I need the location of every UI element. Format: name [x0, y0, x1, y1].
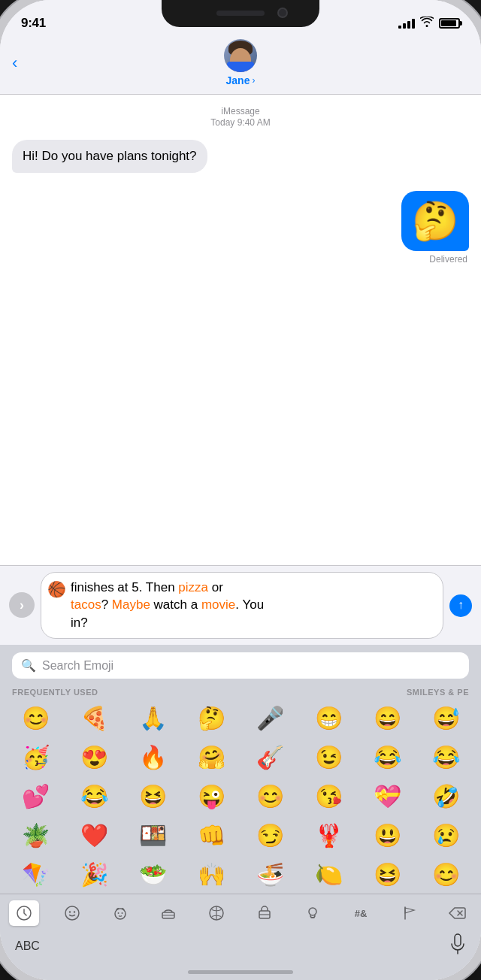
emoji-recent-button[interactable] — [9, 900, 39, 926]
svg-point-4 — [115, 909, 126, 919]
emoji-heart[interactable]: ❤️ — [65, 818, 123, 851]
emoji-salad[interactable]: 🥗 — [123, 858, 182, 891]
emoji-flags-button[interactable] — [394, 900, 424, 926]
contact-name-row: Jane › — [226, 74, 256, 86]
emoji-hug[interactable]: 🤗 — [182, 740, 240, 773]
messages-area: iMessage Today 9:40 AM Hi! Do you have p… — [0, 95, 481, 565]
emoji-travel-button[interactable] — [250, 900, 280, 926]
emoji-fist[interactable]: 👊 — [182, 818, 240, 851]
phone-frame: 9:41 — [0, 0, 481, 980]
signal-icon — [398, 18, 415, 29]
emoji-sparkling-heart[interactable]: 💝 — [358, 779, 416, 812]
emoji-wink[interactable]: 😉 — [299, 740, 358, 773]
emoji-grin[interactable]: 😁 — [299, 701, 358, 734]
emoji-pray[interactable]: 🙏 — [123, 701, 182, 734]
emoji-grid-row1: 😊 🍕 🙏 🤔 🎤 😁 😄 😅 — [0, 698, 481, 737]
emoji-search-bar: 🔍 Search Emoji — [0, 645, 481, 685]
emoji-keyboard: 🔍 Search Emoji FREQUENTLY USED SMILEYS &… — [0, 645, 481, 980]
back-chevron-icon: ‹ — [12, 55, 17, 71]
emoji-objects-button[interactable] — [298, 900, 328, 926]
avatar-shirt — [227, 62, 254, 72]
search-icon: 🔍 — [21, 658, 36, 673]
expand-button[interactable]: › — [9, 592, 35, 618]
frequently-used-label: FREQUENTLY USED — [12, 688, 98, 697]
emoji-bento[interactable]: 🍱 — [123, 818, 182, 851]
emoji-confetti[interactable]: 🎉 — [65, 858, 123, 891]
contact-info[interactable]: Jane › — [224, 39, 257, 86]
emoji-raised-hands[interactable]: 🙌 — [182, 858, 240, 891]
emoji-symbols-button[interactable]: #& — [346, 900, 376, 926]
message-input-area: › 🏀 finishes at 5. Then pizza or tacos? … — [0, 565, 481, 645]
emoji-grid-row5: 🪁 🎉 🥗 🙌 🍜 🍋 😆 😊 — [0, 854, 481, 894]
contact-detail-chevron-icon: › — [252, 75, 255, 86]
emoji-grinning[interactable]: 😊 — [6, 701, 65, 734]
svg-point-6 — [122, 912, 123, 914]
emoji-sports-button[interactable] — [201, 900, 231, 926]
emoji-cry[interactable]: 😢 — [416, 818, 475, 851]
emoji-happy[interactable]: 😊 — [416, 858, 475, 891]
emoji-relieved[interactable]: 😊 — [240, 779, 299, 812]
input-text[interactable]: finishes at 5. Then pizza or tacos? Mayb… — [71, 579, 432, 632]
emoji-lemon[interactable]: 🍋 — [299, 858, 358, 891]
svg-rect-18 — [455, 934, 461, 946]
emoji-fire[interactable]: 🔥 — [123, 740, 182, 773]
home-indicator[interactable] — [188, 970, 293, 974]
emoji-heart-eyes[interactable]: 😍 — [65, 740, 123, 773]
emoji-thinking[interactable]: 🤔 — [182, 701, 240, 734]
emoji-animals-button[interactable] — [105, 900, 135, 926]
emoji-stuck-tongue-wink[interactable]: 😜 — [182, 779, 240, 812]
emoji-lobster[interactable]: 🦞 — [299, 818, 358, 851]
emoji-sweat-smile[interactable]: 😅 — [416, 701, 475, 734]
emoji-mic[interactable]: 🎤 — [240, 701, 299, 734]
emoji-grid-row4: 🪴 ❤️ 🍱 👊 😏 🦞 😃 😢 — [0, 815, 481, 854]
emoji-rofl2[interactable]: 🤣 — [416, 779, 475, 812]
emoji-grid-row3: 💕 😂 😆 😜 😊 😘 💝 🤣 — [0, 776, 481, 815]
contact-name: Jane — [226, 74, 250, 86]
emoji-smile-big[interactable]: 😄 — [358, 701, 416, 734]
message-input-box[interactable]: 🏀 finishes at 5. Then pizza or tacos? Ma… — [41, 572, 443, 639]
mic-button[interactable] — [449, 933, 466, 959]
emoji-smirk[interactable]: 😏 — [240, 818, 299, 851]
status-icons — [398, 17, 460, 30]
notch — [162, 0, 319, 27]
emoji-smiley[interactable]: 😃 — [358, 818, 416, 851]
smileys-label: SMILEYS & PE — [407, 688, 469, 697]
avatar — [224, 39, 257, 72]
emoji-food-button[interactable] — [153, 900, 183, 926]
send-button[interactable]: ↑ — [449, 594, 472, 617]
emoji-smileys-button[interactable] — [57, 900, 87, 926]
status-time: 9:41 — [21, 16, 46, 31]
battery-icon — [439, 18, 460, 29]
emoji-joy[interactable]: 😂 — [358, 740, 416, 773]
emoji-guitar[interactable]: 🎸 — [240, 740, 299, 773]
highlighted-maybe: Maybe — [112, 597, 150, 612]
emoji-pinwheel[interactable]: 🪁 — [6, 858, 65, 891]
emoji-grid-row2: 🥳 😍 🔥 🤗 🎸 😉 😂 😂 — [0, 737, 481, 776]
emoji-kiss[interactable]: 😘 — [299, 779, 358, 812]
emoji-delete-button[interactable] — [442, 900, 472, 926]
sent-bubble[interactable]: 🤔 — [401, 191, 469, 251]
emoji-hearts[interactable]: 💕 — [6, 779, 65, 812]
emoji-toolbar: #& — [0, 894, 481, 930]
emoji-plant[interactable]: 🪴 — [6, 818, 65, 851]
back-button[interactable]: ‹ — [12, 55, 19, 71]
wifi-icon — [420, 17, 434, 30]
svg-point-2 — [69, 911, 71, 912]
sent-message: 🤔 Delivered — [12, 191, 469, 265]
emoji-party[interactable]: 🥳 — [6, 740, 65, 773]
emoji-ramen[interactable]: 🍜 — [240, 858, 299, 891]
imessage-text: iMessage — [221, 106, 259, 116]
message-time: Today 9:40 AM — [12, 117, 469, 128]
emoji-joy2[interactable]: 😂 — [65, 779, 123, 812]
emoji-laughing[interactable]: 😆 — [123, 779, 182, 812]
svg-point-3 — [74, 911, 75, 912]
speaker — [216, 11, 265, 16]
emoji-search-inner[interactable]: 🔍 Search Emoji — [12, 652, 469, 679]
expand-icon: › — [20, 597, 24, 613]
received-bubble[interactable]: Hi! Do you have plans tonight? — [12, 140, 207, 173]
emoji-rofl[interactable]: 😂 — [416, 740, 475, 773]
highlighted-movie: movie — [201, 597, 235, 612]
emoji-pizza[interactable]: 🍕 — [65, 701, 123, 734]
emoji-grin2[interactable]: 😆 — [358, 858, 416, 891]
abc-label[interactable]: ABC — [15, 939, 40, 953]
